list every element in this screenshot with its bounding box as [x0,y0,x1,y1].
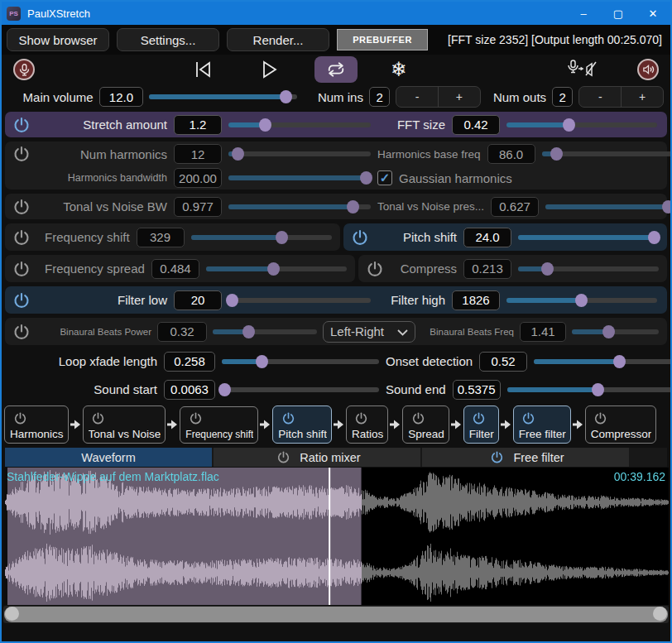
num-ins-plus-button[interactable]: + [439,87,480,107]
skip-to-start-button[interactable] [194,60,212,79]
stretch-power-button[interactable] [12,115,31,135]
power-icon[interactable] [469,408,489,428]
tonal-bw-value[interactable]: 0.977 [174,197,222,217]
loop-toggle-button[interactable] [314,56,358,83]
num-harmonics-value[interactable]: 12 [174,144,222,164]
pitch-shift-slider[interactable] [518,231,659,244]
binaural-freq-slider[interactable] [572,325,659,338]
main-volume-slider[interactable] [149,90,297,103]
stretch-amount-slider[interactable] [228,118,371,132]
frequency-spread-value[interactable]: 0.484 [151,259,199,279]
sound-end-label: Sound end [386,382,446,396]
pitch-shift-value[interactable]: 24.0 [463,228,511,247]
close-button[interactable]: ✕ [636,2,670,25]
chain-module-tonal-vs-noise[interactable]: Tonal vs Noise [83,405,166,444]
scrollbar-handle[interactable] [4,607,668,622]
chain-module-compressor[interactable]: Compressor [585,405,657,444]
sound-start-slider[interactable] [222,383,379,396]
tab-waveform[interactable]: Waveform [5,448,212,467]
chain-module-filter[interactable]: Filter [463,405,499,444]
frequency-shift-power-button[interactable] [12,228,31,247]
frequency-shift-value[interactable]: 329 [137,228,185,247]
loop-xfade-value[interactable]: 0.258 [164,352,215,372]
binaural-power-value[interactable]: 0.32 [157,322,207,342]
power-icon[interactable] [89,408,108,428]
chain-module-spread[interactable]: Spread [402,405,449,444]
binaural-freq-value[interactable]: 1.41 [520,322,566,342]
waveform-canvas[interactable] [3,468,669,605]
power-icon[interactable] [487,448,506,468]
frequency-shift-slider[interactable] [191,231,332,244]
binaural-power-slider[interactable] [213,325,317,338]
frequency-spread-power-button[interactable] [12,259,31,279]
main-volume-value[interactable]: 12.0 [99,87,144,107]
minimize-button[interactable]: – [566,2,601,25]
tab-free-filter[interactable]: Free filter [422,448,629,467]
chain-module-frequency-shift[interactable]: Frequency shift [180,406,258,444]
fft-size-slider[interactable] [506,118,657,132]
render-button[interactable]: Render... [227,28,329,51]
num-ins-minus-button[interactable]: - [396,87,439,107]
gaussian-harmonics-label: Gaussian harmonics [399,171,512,185]
sound-start-value[interactable]: 0.0063 [164,380,215,400]
scrollbar-right-cap[interactable] [653,607,667,621]
tab-ratio-mixer[interactable]: Ratio mixer [214,448,420,467]
onset-detection-slider[interactable] [534,355,672,368]
frequency-spread-slider[interactable] [206,262,347,276]
compress-power-button[interactable] [365,259,385,279]
binaural-mode-dropdown[interactable]: Left-Right [323,321,415,343]
tonal-preserve-value[interactable]: 0.627 [491,197,539,217]
power-icon[interactable] [519,408,539,428]
sound-end-value[interactable]: 0.5375 [453,380,501,400]
record-button[interactable] [13,59,35,80]
show-browser-button[interactable]: Show browser [7,28,109,51]
power-icon[interactable] [10,408,30,428]
play-button[interactable] [260,60,278,79]
compress-value[interactable]: 0.213 [463,259,511,279]
tonal-bw-slider[interactable] [228,200,371,214]
num-harmonics-slider[interactable] [228,147,371,161]
waveform-display[interactable]: Stahlfeder-Wippe auf dem Marktplatz.flac… [3,468,669,605]
power-icon[interactable] [273,448,293,468]
tonal-power-button[interactable] [12,197,31,217]
harmonics-power-button[interactable] [12,144,31,164]
chain-module-pitch-shift[interactable]: Pitch shift [272,405,332,444]
chain-module-harmonics[interactable]: Harmonics [4,405,69,444]
waveform-scrollbar[interactable] [3,606,669,623]
num-outs-minus-button[interactable]: - [579,87,622,107]
harmonics-base-freq-value[interactable]: 86.0 [487,144,535,164]
filter-power-button[interactable] [12,290,31,310]
loop-xfade-slider[interactable] [222,355,379,368]
num-outs-plus-button[interactable]: + [622,87,663,107]
compress-slider[interactable] [518,262,659,276]
power-icon[interactable] [278,408,298,428]
fft-size-value[interactable]: 0.42 [452,115,500,135]
monitor-output-button[interactable] [637,59,659,80]
tonal-preserve-slider[interactable] [545,200,672,214]
binaural-power-button[interactable] [12,322,31,342]
freeze-button[interactable]: ❄ [391,60,407,79]
pitch-shift-power-button[interactable] [350,228,370,247]
onset-detection-value[interactable]: 0.52 [479,352,527,372]
sound-end-slider[interactable] [507,383,672,396]
filter-high-slider[interactable] [506,294,657,307]
chain-module-free-filter[interactable]: Free filter [513,405,571,444]
prebuffer-button[interactable]: PREBUFFER [337,29,428,50]
filter-low-slider[interactable] [228,294,371,307]
chain-module-ratios[interactable]: Ratios [346,405,388,444]
input-passthrough-button[interactable] [566,59,599,80]
maximize-button[interactable]: ▢ [601,2,636,25]
gaussian-harmonics-checkbox[interactable]: ✓ [377,170,392,185]
filter-high-value[interactable]: 1826 [452,290,500,310]
power-icon[interactable] [352,408,372,428]
settings-button[interactable]: Settings... [117,28,219,51]
harmonics-base-freq-slider[interactable] [542,147,672,161]
power-icon[interactable] [185,409,205,429]
power-icon[interactable] [591,408,611,428]
power-icon[interactable] [408,408,428,428]
scrollbar-left-cap[interactable] [5,607,19,621]
harmonics-bandwidth-slider[interactable] [228,171,371,185]
filter-low-value[interactable]: 20 [174,290,222,310]
stretch-amount-value[interactable]: 1.2 [174,115,222,135]
harmonics-bandwidth-value[interactable]: 200.00 [174,168,222,188]
